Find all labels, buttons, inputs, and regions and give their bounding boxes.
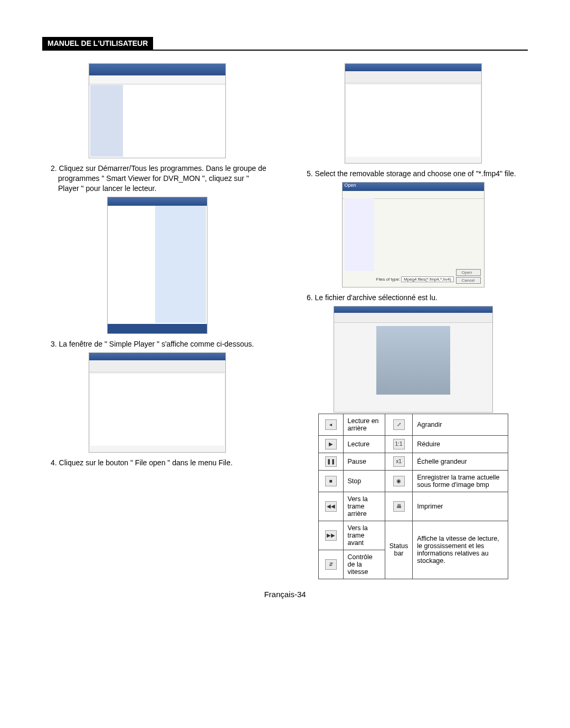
doc-header: MANUEL DE L'UTILISATEUR	[42, 37, 153, 50]
enlarge-icon: ⤢	[393, 419, 405, 430]
open-dialog-title: Open	[343, 183, 484, 191]
left-column: 2. Cliquez sur Démarrer/Tous les program…	[42, 61, 272, 579]
status-bar-label: Status bar	[385, 521, 412, 579]
label-enlarge: Agrandir	[413, 414, 508, 435]
reverse-play-icon: ◂	[325, 419, 337, 430]
actual-size-icon: x1	[393, 456, 405, 467]
label-prev-frame: Vers la trame arrière	[343, 492, 385, 521]
table-row: ◂ Lecture en arrière ⤢ Agrandir	[318, 414, 508, 435]
header-rule	[42, 50, 528, 51]
step-2: 2. Cliquez sur Démarrer/Tous les program…	[42, 164, 272, 194]
pause-icon: ❚❚	[325, 456, 337, 467]
right-column: 5. Select the removable storage and choo…	[298, 61, 528, 579]
filter-value[interactable]: Mpeg4 files(*.fmp4,*.hv4)	[401, 276, 454, 282]
play-icon: ▶	[325, 439, 337, 449]
label-stop: Stop	[343, 470, 385, 492]
table-row: ■ Stop ◉ Enregistrer la trame actuelle s…	[318, 470, 508, 492]
label-pause: Pause	[343, 453, 385, 470]
label-reduce: Réduire	[413, 435, 508, 453]
screenshot-simpleplayer-fileopen	[345, 63, 482, 164]
screenshot-simpleplayer-empty	[89, 352, 226, 453]
step-3: 3. La fenêtre de " Simple Player " s'aff…	[42, 339, 272, 349]
stop-icon: ■	[325, 476, 337, 486]
label-reverse-play: Lecture en arrière	[343, 414, 385, 435]
print-icon: 🖶	[393, 501, 405, 512]
speed-control-icon: ⇵	[325, 559, 337, 570]
label-next-frame: Vers la trame avant	[343, 521, 385, 550]
buttons-legend-table: ◂ Lecture en arrière ⤢ Agrandir ▶ Lectur…	[318, 414, 508, 579]
step-6: 6. Le fichier d'archive sélectionné est …	[298, 293, 528, 303]
page-number: Français-34	[42, 590, 528, 599]
screenshot-startmenu	[107, 197, 207, 334]
screenshot-playback	[334, 306, 493, 413]
label-print: Imprimer	[413, 492, 508, 521]
table-row: ❚❚ Pause x1 Échelle grandeur	[318, 453, 508, 470]
table-row: ▶ Lecture 1:1 Réduire	[318, 435, 508, 453]
step-5: 5. Select the removable storage and choo…	[298, 169, 528, 179]
table-row: ◀◀ Vers la trame arrière 🖶 Imprimer	[318, 492, 508, 521]
open-button[interactable]: Open	[456, 269, 481, 276]
step-4: 4. Cliquez sur le bouton " File open " d…	[42, 458, 272, 468]
table-row: ▶▶ Vers la trame avant Status bar Affich…	[318, 521, 508, 550]
label-actual-size: Échelle grandeur	[413, 453, 508, 470]
label-play: Lecture	[343, 435, 385, 453]
label-save-bmp: Enregistrer la trame actuelle sous forme…	[413, 470, 508, 492]
filter-label: Files of type:	[376, 277, 400, 282]
label-status-bar: Affiche la vitesse de lecture, le grossi…	[413, 521, 508, 579]
screenshot-open-dialog: Open Open Cancel Files of type: Mpeg4 fi…	[342, 182, 484, 288]
prev-frame-icon: ◀◀	[325, 501, 337, 512]
label-speed-control: Contrôle de la vitesse	[343, 550, 385, 579]
screenshot-explorer	[89, 63, 226, 158]
reduce-icon: 1:1	[393, 439, 405, 449]
cancel-button[interactable]: Cancel	[456, 277, 481, 284]
next-frame-icon: ▶▶	[325, 530, 337, 541]
save-bmp-icon: ◉	[393, 476, 405, 486]
